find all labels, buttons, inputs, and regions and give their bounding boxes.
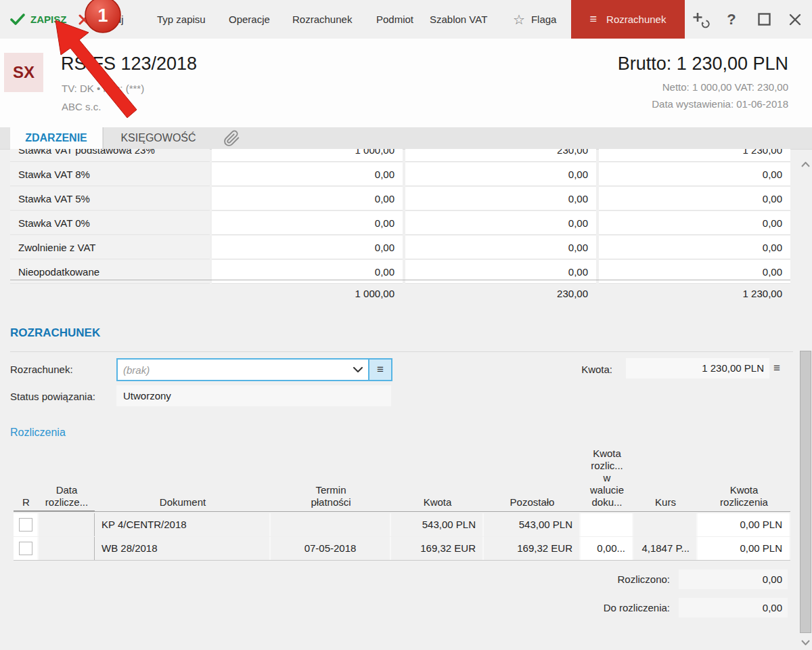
cell-kwota-rozliczenia[interactable]: 0,00 PLN bbox=[698, 537, 790, 560]
row-checkbox[interactable] bbox=[19, 518, 32, 532]
attachment-paperclip-icon[interactable] bbox=[223, 130, 240, 150]
scrollbar-up-arrow[interactable] bbox=[800, 158, 811, 171]
maximize-button[interactable] bbox=[752, 0, 775, 39]
settlements-bottom-border bbox=[14, 560, 790, 561]
rozrachunek-field-label: Rozrachunek: bbox=[10, 364, 73, 375]
column-header-termin-platnosci[interactable]: Termin płatności bbox=[271, 484, 391, 511]
column-header-kurs[interactable]: Kurs bbox=[633, 496, 698, 511]
do-rozliczenia-field: 0,00 bbox=[679, 598, 788, 618]
cell-termin bbox=[271, 513, 391, 536]
vat-total-vat: 230,00 bbox=[405, 283, 588, 305]
star-icon: ☆ bbox=[513, 12, 525, 28]
cell-kwota-rozliczenia[interactable]: 0,00 PLN bbox=[698, 513, 790, 536]
vat-vat-cell[interactable]: 0,00 bbox=[405, 162, 596, 186]
vat-brutto-cell[interactable]: 0,00 bbox=[599, 187, 790, 211]
vat-vat-cell[interactable]: 0,00 bbox=[405, 187, 596, 211]
menu-rozrachunek[interactable]: Rozrachunek bbox=[292, 0, 352, 39]
rozliczenia-link[interactable]: Rozliczenia bbox=[10, 427, 66, 439]
vat-row: Stawka VAT 0% 0,00 0,00 0,00 bbox=[0, 211, 812, 236]
new-window-button[interactable] bbox=[689, 0, 713, 39]
vat-row: Zwolnienie z VAT 0,00 0,00 0,00 bbox=[0, 236, 812, 260]
rozrachunek-menu-button[interactable]: ≡ bbox=[368, 360, 391, 380]
column-header-kwota-waluta[interactable]: Kwota rozlic... w walucie doku... bbox=[581, 448, 633, 511]
vat-row-partial: Stawka VAT podstawowa 23% 1 000,00 230,0… bbox=[0, 149, 812, 162]
vat-netto-cell[interactable]: 1 000,00 bbox=[212, 149, 403, 162]
cancel-label: Anuluj bbox=[95, 14, 124, 25]
vat-brutto-cell[interactable]: 1 230,00 bbox=[599, 149, 790, 162]
flag-button[interactable]: ☆ Flaga bbox=[513, 0, 556, 39]
chevron-down-icon[interactable] bbox=[348, 367, 368, 373]
cell-kurs: 4,1847 P... bbox=[633, 537, 698, 560]
hamburger-icon: ≡ bbox=[590, 12, 597, 26]
column-header-r[interactable]: R bbox=[14, 496, 39, 511]
kwota-field-label: Kwota: bbox=[562, 364, 612, 375]
vat-brutto-cell[interactable]: 0,00 bbox=[599, 211, 790, 235]
vat-brutto-cell[interactable]: 0,00 bbox=[599, 236, 790, 259]
tab-ksiegowosc[interactable]: KSIĘGOWOŚĆ bbox=[103, 127, 213, 149]
close-button[interactable] bbox=[784, 0, 807, 39]
cell-dokument: KP 4/CENTR/2018 bbox=[95, 513, 271, 536]
scrollbar-down-arrow[interactable] bbox=[800, 636, 811, 649]
column-header-kwota-rozliczenia[interactable]: Kwota rozliczenia bbox=[698, 484, 790, 511]
vat-vat-cell[interactable]: 0,00 bbox=[405, 236, 596, 259]
cell-dokument: WB 28/2018 bbox=[95, 537, 271, 560]
cell-kwota-waluta[interactable]: 0,00... bbox=[581, 537, 633, 560]
netto-vat-amount: Netto: 1 000,00 VAT: 230,00 bbox=[662, 81, 788, 93]
hamburger-icon: ≡ bbox=[377, 363, 384, 376]
menu-operacje[interactable]: Operacje bbox=[229, 0, 270, 39]
check-icon bbox=[10, 13, 25, 26]
settlements-table-header: R Data rozlicze... Dokument Termin płatn… bbox=[14, 440, 790, 511]
vat-netto-cell[interactable]: 0,00 bbox=[212, 162, 403, 186]
vat-netto-cell[interactable]: 0,00 bbox=[212, 187, 403, 211]
row-checkbox[interactable] bbox=[19, 542, 32, 555]
row-checkbox-cell bbox=[14, 537, 39, 560]
menu-szablon-vat[interactable]: Szablon VAT bbox=[430, 0, 487, 39]
rozrachunek-button-label: Rozrachunek bbox=[606, 14, 666, 25]
document-type-badge: SX bbox=[4, 53, 43, 92]
column-header-kwota[interactable]: Kwota bbox=[391, 496, 484, 511]
document-header: SX RS-FS 123/2018 TV: DK • M-c: (***) AB… bbox=[0, 39, 812, 127]
menu-podmiot[interactable]: Podmiot bbox=[376, 0, 413, 39]
vat-vat-cell[interactable]: 0,00 bbox=[405, 211, 596, 235]
vat-row-label: Stawka VAT 0% bbox=[10, 211, 210, 235]
tab-zdarzenie[interactable]: ZDARZENIE bbox=[10, 127, 102, 149]
tab-strip: ZDARZENIE KSIĘGOWOŚĆ bbox=[0, 127, 812, 150]
status-field: Utworzony bbox=[116, 385, 391, 406]
help-icon: ? bbox=[727, 11, 736, 28]
vat-brutto-cell[interactable]: 0,00 bbox=[599, 162, 790, 186]
column-header-pozostalo[interactable]: Pozostało bbox=[484, 496, 581, 511]
help-button[interactable]: ? bbox=[721, 0, 742, 39]
save-button[interactable]: ZAPISZ bbox=[10, 0, 66, 39]
flag-label: Flaga bbox=[531, 14, 557, 25]
section-divider bbox=[10, 351, 793, 352]
rozrachunek-combobox[interactable]: (brak) ≡ bbox=[116, 358, 392, 381]
row-checkbox-cell bbox=[14, 513, 39, 536]
column-header-dokument[interactable]: Dokument bbox=[95, 496, 271, 511]
settlement-row[interactable]: WB 28/2018 07-05-2018 169,32 EUR 169,32 … bbox=[14, 537, 790, 560]
document-title: RS-FS 123/2018 bbox=[61, 53, 197, 74]
rozrachunek-primary-button[interactable]: ≡ Rozrachunek bbox=[571, 0, 685, 39]
app-window: ZAPISZ Anuluj Typ zapisu Operacje Rozrac… bbox=[0, 0, 812, 650]
vat-vat-cell[interactable]: 230,00 bbox=[405, 149, 596, 162]
scrollbar-thumb[interactable] bbox=[800, 351, 811, 633]
cell-kurs bbox=[633, 513, 698, 536]
cell-kwota-waluta[interactable] bbox=[581, 513, 633, 536]
vat-netto-cell[interactable]: 0,00 bbox=[212, 211, 403, 235]
vat-row: Nieopodatkowane 0,00 0,00 0,00 bbox=[0, 260, 812, 284]
settlement-row[interactable]: KP 4/CENTR/2018 543,00 PLN 543,00 PLN 0,… bbox=[14, 513, 790, 536]
rozliczono-label: Rozliczono: bbox=[541, 573, 670, 585]
kwota-menu-button[interactable]: ≡ bbox=[773, 362, 780, 375]
column-header-data-rozliczenia[interactable]: Data rozlicze... bbox=[39, 484, 95, 511]
vat-totals-divider bbox=[10, 280, 790, 280]
vat-row: Stawka VAT 8% 0,00 0,00 0,00 bbox=[0, 162, 812, 187]
rozliczono-field: 0,00 bbox=[679, 569, 788, 589]
close-icon bbox=[788, 13, 802, 26]
cancel-x-icon bbox=[78, 14, 89, 25]
menu-typ-zapisu[interactable]: Typ zapisu bbox=[157, 0, 206, 39]
kwota-field[interactable]: 1 230,00 PLN bbox=[626, 358, 769, 378]
vat-netto-cell[interactable]: 0,00 bbox=[212, 236, 403, 259]
vat-row-label: Stawka VAT podstawowa 23% bbox=[10, 149, 210, 162]
cancel-button[interactable]: Anuluj bbox=[78, 0, 124, 39]
issue-date: Data wystawienia: 01-06-2018 bbox=[652, 98, 788, 110]
cell-kwota: 169,32 EUR bbox=[391, 537, 484, 560]
